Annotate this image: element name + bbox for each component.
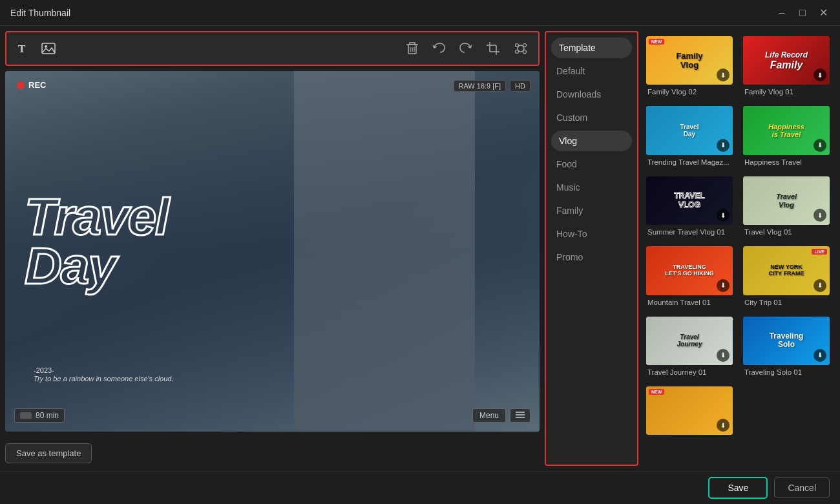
thumb-label-fv02: Family Vlog 02 xyxy=(646,88,733,96)
thumb-img-ts: TravelingSolo ⬇ xyxy=(743,317,830,365)
undo-icon[interactable] xyxy=(430,40,448,57)
thumbnail-extra[interactable]: NEW ⬇ xyxy=(641,381,738,443)
thumbnail-travel-vlog-01[interactable]: TravelVlog ⬇ Travel Vlog 01 xyxy=(738,171,835,241)
thumb-label-stv: Summer Travel Vlog 01 xyxy=(646,228,733,236)
cancel-button[interactable]: Cancel xyxy=(774,478,830,498)
download-icon-stv[interactable]: ⬇ xyxy=(717,209,730,222)
save-as-template-button[interactable]: Save as template xyxy=(5,443,92,463)
badge-new: NEW xyxy=(649,39,664,45)
add-image-icon[interactable] xyxy=(39,39,58,58)
add-text-icon[interactable]: T xyxy=(14,39,34,58)
thumb-img-tv1: TravelVlog ⬇ xyxy=(743,176,830,225)
video-bottom-left: 80 min xyxy=(14,408,65,423)
rec-label: REC xyxy=(28,80,46,90)
toolbar: T xyxy=(5,31,540,66)
thumb-label-ct: City Trip 01 xyxy=(743,299,830,306)
thumbnail-panel: NEW FamilyVlog ⬇ Family Vlog 02 Life Rec… xyxy=(641,31,835,466)
canvas-area: REC RAW 16:9 [F] HD TravelDay 80 min xyxy=(5,71,540,432)
category-item-default[interactable]: Default xyxy=(546,59,637,83)
svg-point-15 xyxy=(523,50,527,54)
crop-icon[interactable] xyxy=(484,39,502,58)
edit-thumbnail-window: Edit Thumbnail – □ ✕ T xyxy=(0,0,840,504)
thumbnail-traveling-solo[interactable]: TravelingSolo ⬇ Traveling Solo 01 xyxy=(738,311,835,381)
category-item-custom[interactable]: Custom xyxy=(546,106,637,129)
quote-area: -2023- Try to be a rainbow in someone el… xyxy=(34,366,174,384)
thumb-label-ts: Traveling Solo 01 xyxy=(743,368,830,376)
video-badges: RAW 16:9 [F] HD xyxy=(454,80,531,92)
download-icon-tm[interactable]: ⬇ xyxy=(717,139,730,152)
download-icon-ts[interactable]: ⬇ xyxy=(814,349,826,362)
thumb-img-tm: TravelDay ⬇ xyxy=(646,106,733,154)
svg-point-12 xyxy=(516,44,519,47)
thumb-label-tj: Travel Journey 01 xyxy=(646,368,733,376)
category-item-template[interactable]: Template xyxy=(551,37,632,58)
thumb-label-fv01: Family Vlog 01 xyxy=(743,88,830,96)
video-text-overlay: TravelDay xyxy=(25,193,168,291)
badge-new-extra: NEW xyxy=(649,389,664,395)
thumb-label-tv1: Travel Vlog 01 xyxy=(743,228,830,236)
category-item-food[interactable]: Food xyxy=(546,152,637,176)
rec-badge: REC xyxy=(17,80,46,90)
style-icon[interactable] xyxy=(511,39,530,58)
download-icon-tj[interactable]: ⬇ xyxy=(717,349,730,362)
thumbnail-summer-travel[interactable]: TRAVELVLOG ⬇ Summer Travel Vlog 01 xyxy=(641,171,738,241)
bottom-bar-left: Save as template xyxy=(5,437,540,466)
raw-badge: RAW 16:9 [F] xyxy=(454,80,507,92)
close-button[interactable]: ✕ xyxy=(817,6,830,19)
download-icon-tv1[interactable]: ⬇ xyxy=(814,209,826,222)
menu-button[interactable]: Menu xyxy=(472,408,506,423)
quote-text: Try to be a rainbow in someone else's cl… xyxy=(34,374,174,384)
maximize-button[interactable]: □ xyxy=(796,6,809,19)
toolbar-right xyxy=(404,39,530,58)
svg-point-2 xyxy=(45,45,47,48)
thumb-img-tj: TravelJourney ⬇ xyxy=(646,317,733,365)
video-bottom-right: Menu xyxy=(472,408,530,423)
category-item-downloads[interactable]: Downloads xyxy=(546,83,637,106)
thumbnail-mountain-travel[interactable]: TRAVELINGLET'S GO HIKING ⬇ Mountain Trav… xyxy=(641,241,738,311)
thumb-img-extra: NEW ⬇ xyxy=(646,386,733,435)
video-preview: REC RAW 16:9 [F] HD TravelDay 80 min xyxy=(5,71,540,432)
thumbnail-city-trip-01[interactable]: NEW YORKCITY FRAME LIVE ⬇ City Trip 01 xyxy=(738,241,835,311)
delete-icon[interactable] xyxy=(404,39,421,58)
duration-badge: 80 min xyxy=(14,408,65,423)
battery-icon xyxy=(20,412,32,419)
svg-point-14 xyxy=(516,50,519,54)
category-panel: Template Default Downloads Custom Vlog F… xyxy=(545,31,638,466)
duration-label: 80 min xyxy=(36,411,59,420)
svg-point-13 xyxy=(523,44,527,47)
title-bar: Edit Thumbnail – □ ✕ xyxy=(0,0,840,26)
thumb-label-mt: Mountain Travel 01 xyxy=(646,299,733,306)
category-item-music[interactable]: Music xyxy=(546,176,637,199)
download-icon[interactable]: ⬇ xyxy=(717,68,730,81)
thumbnail-trending-travel[interactable]: TravelDay ⬇ Trending Travel Magaz... xyxy=(641,101,738,171)
category-item-how-to[interactable]: How-To xyxy=(546,222,637,246)
redo-icon[interactable] xyxy=(457,40,475,57)
thumb-img-ct: NEW YORKCITY FRAME LIVE ⬇ xyxy=(743,246,830,295)
download-icon-ct[interactable]: ⬇ xyxy=(814,279,826,292)
thumb-img-fv01: Life RecordFamily ⬇ xyxy=(743,36,830,85)
main-content: T xyxy=(0,26,840,471)
window-title: Edit Thumbnail xyxy=(10,8,70,18)
category-item-family[interactable]: Family xyxy=(546,199,637,222)
year-text: -2023- xyxy=(34,366,174,374)
thumbnail-travel-journey[interactable]: TravelJourney ⬇ Travel Journey 01 xyxy=(641,311,738,381)
svg-text:T: T xyxy=(18,43,26,55)
thumbnail-family-vlog-02[interactable]: NEW FamilyVlog ⬇ Family Vlog 02 xyxy=(641,31,738,101)
rec-dot xyxy=(17,81,25,89)
save-button[interactable]: Save xyxy=(708,477,768,499)
thumb-label-tm: Trending Travel Magaz... xyxy=(646,158,733,166)
category-item-promo[interactable]: Promo xyxy=(546,246,637,269)
action-bar: Save Cancel xyxy=(0,471,840,504)
thumb-img-stv: TRAVELVLOG ⬇ xyxy=(646,176,733,225)
thumb-img-fv02: NEW FamilyVlog ⬇ xyxy=(646,36,733,85)
list-button[interactable] xyxy=(510,408,530,423)
badge-live: LIVE xyxy=(812,249,827,255)
download-icon-ht[interactable]: ⬇ xyxy=(814,139,826,152)
download-icon-mt[interactable]: ⬇ xyxy=(717,279,730,292)
left-panel: T xyxy=(0,26,545,471)
category-item-vlog[interactable]: Vlog xyxy=(551,131,632,151)
thumbnail-family-vlog-01[interactable]: Life RecordFamily ⬇ Family Vlog 01 xyxy=(738,31,835,101)
minimize-button[interactable]: – xyxy=(775,6,788,19)
thumbnail-happiness-travel[interactable]: Happinessis Travel ⬇ Happiness Travel xyxy=(738,101,835,171)
thumb-img-ht: Happinessis Travel ⬇ xyxy=(743,106,830,154)
